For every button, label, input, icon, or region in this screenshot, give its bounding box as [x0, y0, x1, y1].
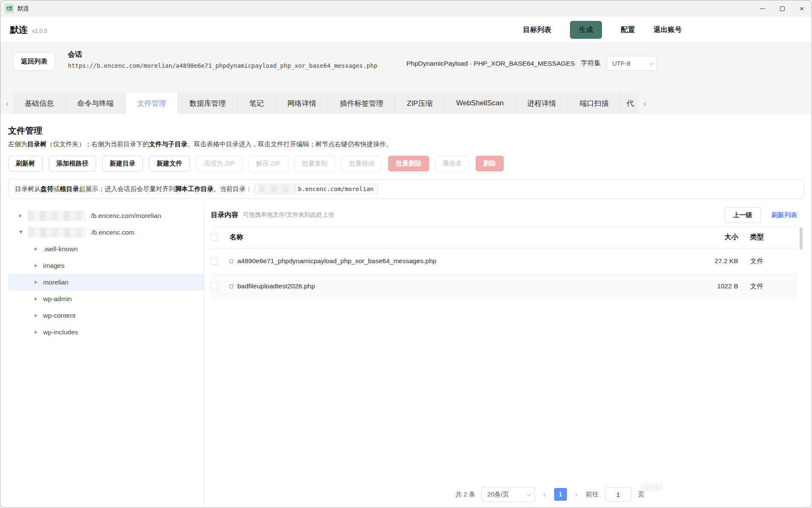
session-info: 会话 https://b.encenc.com/morelian/a4890e6… — [68, 50, 377, 69]
tab-command-terminal[interactable]: 命令与终端 — [66, 93, 126, 114]
extract-zip-button[interactable]: 解压 ZIP — [248, 156, 289, 171]
page-1-button[interactable]: 1 — [554, 488, 567, 501]
nav-config[interactable]: 配置 — [621, 25, 635, 35]
tree-root-morelian-path[interactable]: /b.encenc.com/morelian — [8, 207, 204, 224]
file-table-header: 名称 大小 类型 — [211, 226, 797, 249]
file-size: 27.2 KB — [674, 257, 738, 265]
tree-item-label: images — [43, 262, 64, 270]
new-directory-button[interactable]: 新建目录 — [102, 156, 143, 171]
tabs-scroll-right-button[interactable]: › — [639, 93, 651, 114]
tab-network-details[interactable]: 网络详情 — [276, 93, 328, 114]
nav-logout[interactable]: 退出账号 — [654, 25, 682, 35]
app-header: 默连 v1.0.0 目标列表 生成 配置 退出账号 — [0, 17, 812, 43]
total-count: 共 2 条 — [456, 491, 476, 499]
tree-collapsed-arrow-icon[interactable] — [19, 214, 22, 218]
tab-notes[interactable]: 笔记 — [238, 93, 276, 114]
app-window: 默连 × 默连 v1.0.0 目标列表 生成 配置 退出账号 返回列表 会话 h… — [0, 0, 812, 508]
tree-item-well-known[interactable]: .well-known — [8, 241, 204, 257]
add-root-path-button[interactable]: 添加根路径 — [49, 156, 96, 171]
tree-item-label: .well-known — [43, 245, 78, 253]
charset-label: 字符集 — [581, 59, 601, 68]
file-type: 文件 — [750, 282, 776, 291]
tree-collapsed-arrow-icon[interactable] — [35, 331, 38, 334]
directory-contents-title: 目录内容 — [211, 211, 238, 220]
minimize-button[interactable] — [753, 0, 772, 17]
select-all-checkbox[interactable] — [211, 234, 218, 241]
tab-truncated[interactable]: 代 — [621, 93, 639, 114]
tree-collapsed-arrow-icon[interactable] — [35, 281, 38, 284]
tree-item-wp-content[interactable]: wp-content — [8, 307, 204, 324]
row-checkbox[interactable] — [211, 258, 218, 265]
refresh-list-link[interactable]: 刷新列表 — [771, 211, 797, 219]
tab-plugin-tags[interactable]: 插件标签管理 — [328, 93, 395, 114]
file-type: 文件 — [750, 257, 776, 266]
column-header-name: 名称 — [230, 233, 674, 242]
tree-expanded-arrow-icon[interactable] — [19, 231, 23, 234]
chevron-left-icon: ‹ — [6, 98, 9, 108]
tree-item-wp-includes[interactable]: wp-includes — [8, 324, 204, 340]
window-controls: × — [753, 0, 812, 17]
tree-root-site-path[interactable]: /b.encenc.com — [8, 224, 204, 241]
tree-item-images[interactable]: images — [8, 257, 204, 274]
close-button[interactable]: × — [792, 0, 812, 17]
tab-basic-info[interactable]: 基础信息 — [13, 93, 66, 114]
file-size: 1022 B — [674, 282, 738, 290]
chevron-right-icon: › — [643, 98, 646, 108]
chevron-down-icon — [527, 491, 532, 496]
next-page-button[interactable]: › — [573, 490, 579, 499]
directory-contents-panel: 目录内容 可拖拽本地文件/文件夹到此处上传 上一级 刷新列表 名称 大小 类型 — [204, 204, 804, 508]
directory-contents-header: 目录内容 可拖拽本地文件/文件夹到此处上传 上一级 刷新列表 — [211, 204, 797, 226]
app-title: 默连 — [10, 24, 28, 36]
batch-delete-button[interactable]: 批量删除 — [388, 156, 429, 171]
tab-file-manager[interactable]: 文件管理 — [126, 93, 178, 114]
tabs-scroll-left-button[interactable]: ‹ — [1, 93, 13, 114]
batch-move-button[interactable]: 批量移动 — [341, 156, 382, 171]
goto-page-input[interactable] — [605, 488, 631, 502]
split-area: /b.encenc.com/morelian /b.encenc.com .we… — [8, 204, 804, 508]
page-size-select[interactable]: 20条/页 — [482, 487, 535, 502]
row-checkbox[interactable] — [211, 283, 218, 290]
tree-item-wp-admin[interactable]: wp-admin — [8, 290, 204, 307]
compress-zip-button[interactable]: 压缩为 ZIP — [196, 156, 242, 171]
prev-page-button[interactable]: ‹ — [541, 490, 547, 499]
back-to-list-button[interactable]: 返回列表 — [13, 52, 55, 71]
tab-port-scan[interactable]: 端口扫描 — [568, 93, 621, 114]
session-right: PhpDynamicPayload · PHP_XOR_BASE64_MESSA… — [406, 56, 657, 71]
upload-hint: 可拖拽本地文件/文件夹到此处上传 — [243, 211, 334, 219]
session-url: https://b.encenc.com/morelian/a4890e6e71… — [68, 62, 377, 69]
tree-item-label: morelian — [43, 279, 68, 286]
session-bar: 返回列表 会话 https://b.encenc.com/morelian/a4… — [0, 43, 812, 93]
tree-collapsed-arrow-icon[interactable] — [35, 314, 38, 317]
directory-tree-panel: /b.encenc.com/morelian /b.encenc.com .we… — [8, 204, 204, 508]
column-header-size: 大小 — [674, 233, 738, 242]
charset-select[interactable]: UTF-8 — [607, 56, 657, 71]
nav-target-list[interactable]: 目标列表 — [523, 25, 551, 35]
delete-button[interactable]: 删除 — [476, 156, 504, 171]
maximize-button[interactable] — [772, 0, 792, 17]
tab-process-details[interactable]: 进程详情 — [516, 93, 568, 114]
column-header-type: 类型 — [750, 233, 776, 242]
rename-button[interactable]: 重命名 — [435, 156, 470, 171]
file-toolbar: 刷新树 添加根路径 新建目录 新建文件 压缩为 ZIP 解压 ZIP 批量复制 … — [8, 156, 804, 171]
tree-collapsed-arrow-icon[interactable] — [35, 297, 38, 301]
tab-database[interactable]: 数据库管理 — [178, 93, 238, 114]
tab-bar: ‹ 基础信息 命令与终端 文件管理 数据库管理 笔记 网络详情 插件标签管理 Z… — [0, 93, 812, 114]
tree-collapsed-arrow-icon[interactable] — [35, 247, 38, 251]
new-file-button[interactable]: 新建文件 — [149, 156, 190, 171]
up-one-level-button[interactable]: 上一级 — [724, 207, 761, 223]
table-row[interactable]: a4890e6e71_phpdynamicpayload_php_xor_bas… — [211, 249, 797, 274]
tree-collapsed-arrow-icon[interactable] — [35, 264, 38, 267]
table-row[interactable]: badfileuploadtest2026.php 1022 B 文件 — [211, 274, 797, 299]
tree-item-label: wp-includes — [43, 328, 78, 336]
nav-generate-button[interactable]: 生成 — [570, 21, 602, 39]
tab-webshellscan[interactable]: WebShellScan — [444, 93, 515, 114]
tab-zip[interactable]: ZIP压缩 — [395, 93, 444, 114]
close-icon: × — [800, 5, 804, 12]
session-title: 会话 — [68, 50, 377, 59]
chevron-down-icon — [649, 60, 654, 65]
table-scrollbar[interactable] — [800, 227, 803, 250]
batch-copy-button[interactable]: 批量复制 — [294, 156, 335, 171]
refresh-tree-button[interactable]: 刷新树 — [8, 156, 43, 171]
tree-item-morelian[interactable]: morelian — [8, 274, 204, 290]
file-icon — [230, 259, 233, 263]
